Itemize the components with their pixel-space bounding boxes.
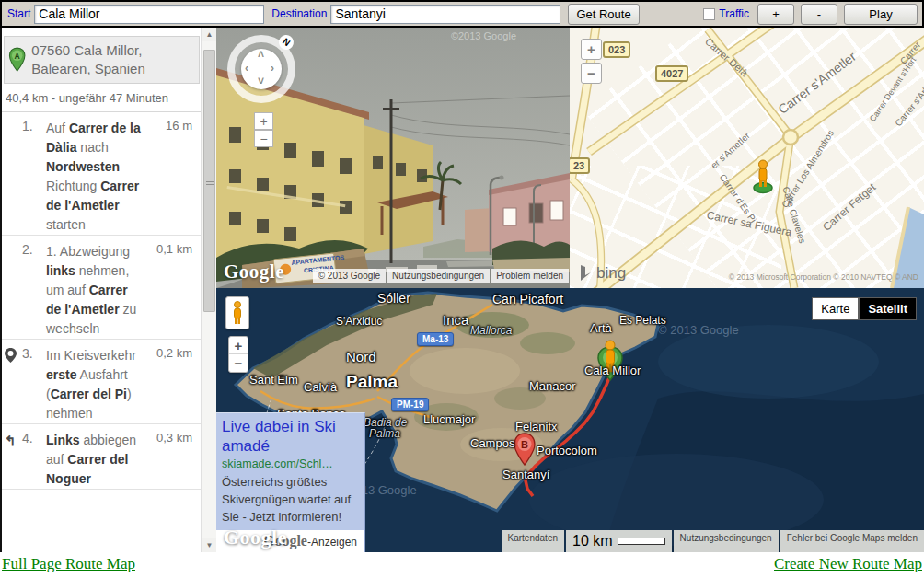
road-number-badge: Ma-13 [417,332,454,346]
toolbar: Start Destination Get Route Traffic + - … [0,0,924,28]
pan-up-icon[interactable]: ˄ [258,48,264,61]
turn-left-icon: ↰ [5,433,17,448]
scrollbar-thumb[interactable] [203,50,215,312]
directions-list: 1.Auf Carrer de la Dàlia nach Nordwesten… [2,112,202,490]
street-view-compass[interactable]: ˄ ˅ ‹ › N [227,35,295,103]
road-number-badge: 23 [570,157,590,174]
play-button[interactable]: Play [844,4,918,25]
direction-step[interactable]: 2.1. Abzweigung links nehmen, um auf Car… [2,236,202,340]
street-view-zoom-out[interactable]: − [254,130,273,147]
svg-text:B: B [521,439,528,450]
ad-title-link[interactable]: Live dabei in Ski amadé [222,417,359,456]
ad-body: Österreichs größtes Skivergnügen wartet … [222,473,359,526]
map-type-satellit[interactable]: Satellit [859,297,917,320]
origin-address: 07560 Cala Millor, Balearen, Spanien [31,41,195,78]
footer-links: Full Page Route Map Create New Route Map [0,552,924,578]
road-number-badge: 4027 [655,65,688,82]
report-problem-link[interactable]: Problem melden [491,269,569,283]
map-label: Can Picafort [492,292,563,306]
map-label: Artà [590,321,612,335]
traffic-checkbox[interactable] [703,8,715,20]
start-input[interactable] [34,5,264,24]
copyright-text: © 2013 Google [313,269,386,283]
street-view-zoom-in[interactable]: + [254,112,273,130]
step-number: 1. [22,119,46,235]
map-label: Calvià [304,380,337,394]
pan-left-icon[interactable]: ‹ [245,62,248,75]
bing-zoom-in[interactable]: + [581,39,602,60]
step-number: 4. [22,431,46,489]
google-logo: Google [224,260,284,283]
pan-right-icon[interactable]: › [271,62,274,75]
map-label: Campos [470,436,514,450]
pegman-control[interactable] [225,296,249,329]
terms-link[interactable]: Nutzungsbedingungen [674,530,779,552]
step-instruction: Auf Carrer de la Dàlia nach Nordwesten R… [46,119,144,235]
origin-row[interactable]: A 07560 Cala Millor, Balearen, Spanien [4,36,200,84]
map-zoom-in[interactable]: + [229,337,248,354]
step-distance: 16 m [144,119,202,235]
step-number: 3. [22,346,46,423]
sidebar-scrollbar[interactable]: ▲ ▼ [201,28,216,552]
full-page-route-map-link[interactable]: Full Page Route Map [2,555,135,573]
map-type-toggle: KarteSatellit [812,297,917,320]
step-distance: 0,2 km [144,346,202,423]
terms-link[interactable]: Nutzungsbedingungen [387,269,490,283]
get-route-button[interactable]: Get Route [568,4,639,25]
map-watermark: © 2013 Google [658,323,739,337]
step-instruction: Links abbiegen auf Carrer del Noguer [46,431,144,489]
zoom-in-button[interactable]: + [757,4,794,25]
step-instruction: Im Kreisverkehr erste Ausfahrt (Carrer d… [46,346,144,423]
map-label: Inca [443,312,468,328]
direction-step[interactable]: ↰4.Links abbiegen auf Carrer del Noguer0… [2,424,202,490]
scroll-down-icon[interactable]: ▼ [202,538,216,552]
step-distance: 0,1 km [144,242,202,339]
map-label: Mallorca [470,324,512,337]
traffic-label: Traffic [719,7,749,20]
map-zoom-out[interactable]: − [229,354,248,372]
route-map-panel[interactable]: B SóllerCan PicafortS'ArxiducIncaMallorc… [216,288,924,552]
map-label: Felanitx [515,420,558,434]
street-view-watermark: ©2013 Google [451,30,516,41]
step-number: 2. [22,242,46,339]
street-view-panel[interactable]: APARTAMENTOS CRISTINA ©2013 Google ˄ ˅ ‹… [216,28,570,288]
directions-sidebar: A 07560 Cala Millor, Balearen, Spanien 4… [0,28,216,552]
direction-step[interactable]: 1.Auf Carrer de la Dàlia nach Nordwesten… [2,112,202,236]
bing-zoom-out[interactable]: − [581,63,602,84]
scale-bar: 10 km [566,530,672,552]
destination-input[interactable] [330,5,560,24]
zoom-out-button[interactable]: - [801,4,837,25]
map-label: Llucmajor [423,412,475,426]
map-label: Sóller [377,291,410,306]
google-logo: Google [224,526,287,549]
map-label: Manacor [529,379,576,393]
marker-a-icon: A [8,42,26,77]
map-label: Sant Elm [249,373,298,387]
create-new-route-map-link[interactable]: Create New Route Map [774,555,922,573]
map-label: Palma [369,427,400,440]
scroll-up-icon[interactable]: ▲ [202,28,216,41]
map-attribution: Kartendaten 10 km Nutzungsbedingungen Fe… [502,530,924,552]
ad-url: skiamade.com/Schl… [222,457,359,470]
road-number-badge: PM-19 [391,398,429,411]
start-label: Start [7,7,30,20]
map-label: Cala Millor [584,364,641,377]
pegman-icon [231,301,244,325]
map-label: Palma [346,372,398,392]
route-planner-app: Start Destination Get Route Traffic + - … [0,0,924,578]
map-data-label: Kartendaten [502,530,565,552]
step-instruction: 1. Abzweigung links nehmen, um auf Carre… [46,242,144,339]
direction-step[interactable]: 3.Im Kreisverkehr erste Ausfahrt (Carrer… [2,340,202,424]
destination-label: Destination [271,7,327,20]
report-error-link[interactable]: Fehler bei Google Maps melden [780,530,924,552]
bing-map-panel[interactable]: + − 023402723 Carrer DeiàCarrer s'Ametle… [570,28,924,288]
scale-rect-icon [618,538,665,545]
road-number-badge: 023 [603,41,630,58]
map-type-karte[interactable]: Karte [812,297,859,320]
map-label: S'Arxiduc [336,315,382,328]
ads-suffix: -Anzeigen [307,536,357,549]
svg-text:A: A [15,52,20,61]
pan-down-icon[interactable]: ˅ [258,75,264,87]
step-distance: 0,3 km [144,431,202,489]
bing-copyright: © 2013 Microsoft Corporation © 2010 NAVT… [729,272,918,282]
